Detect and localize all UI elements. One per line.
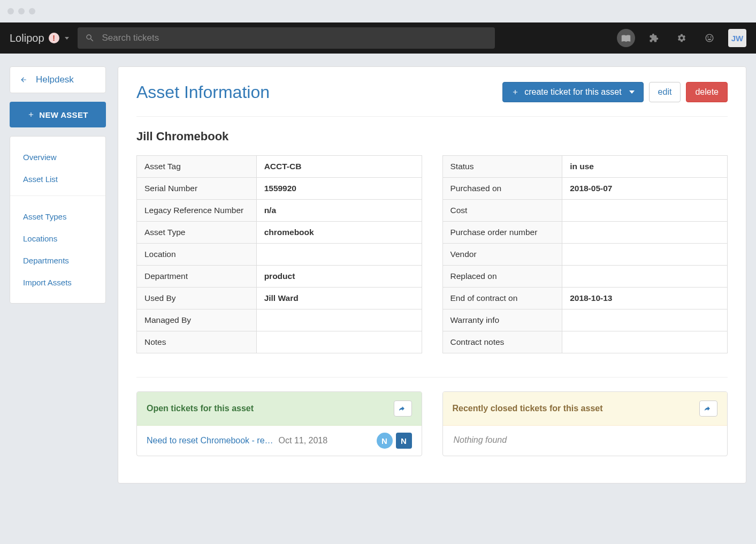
smile-icon-button[interactable]	[700, 29, 719, 47]
divider	[136, 377, 728, 377]
table-label: Contract notes	[442, 331, 562, 353]
plus-icon	[511, 88, 519, 96]
header-actions: create ticket for this asset edit delete	[502, 82, 728, 102]
table-label: Purchase order number	[442, 222, 562, 244]
open-tickets-body: Need to reset Chromebook - re…Oct 11, 20…	[137, 426, 422, 456]
helpdesk-back-link[interactable]: Helpdesk	[10, 67, 105, 93]
table-row: Cost	[442, 200, 728, 222]
closed-tickets-title: Recently closed tickets for this asset	[453, 404, 603, 413]
sidebar: Helpdesk NEW ASSET OverviewAsset List As…	[10, 66, 106, 483]
asset-name: Jill Chromebook	[136, 130, 728, 143]
back-card: Helpdesk	[10, 66, 106, 93]
table-value: in use	[562, 156, 728, 178]
sidebar-item[interactable]: Asset Types	[10, 206, 105, 228]
sidebar-item[interactable]: Import Assets	[10, 271, 105, 293]
window-dot	[29, 8, 35, 14]
table-label: End of contract on	[442, 288, 562, 309]
table-label: Legacy Reference Number	[137, 200, 257, 222]
plus-icon	[27, 111, 35, 118]
window-dot	[7, 8, 14, 14]
table-label: Used By	[137, 288, 257, 309]
create-ticket-button[interactable]: create ticket for this asset	[502, 82, 643, 102]
puzzle-icon-button[interactable]	[645, 29, 663, 47]
side-nav: OverviewAsset List Asset TypesLocationsD…	[10, 136, 106, 304]
table-label: Department	[137, 266, 257, 288]
table-row: Replaced on	[442, 266, 728, 288]
search-container	[78, 27, 495, 49]
book-icon-button[interactable]	[617, 29, 635, 47]
table-value	[256, 309, 422, 331]
status-badge: N	[396, 433, 412, 449]
table-row: Purchased on2018-05-07	[442, 178, 728, 200]
open-tickets-title: Open tickets for this asset	[147, 404, 254, 413]
puzzle-icon	[649, 33, 659, 43]
table-row: Contract notes	[442, 331, 728, 353]
book-icon	[621, 33, 631, 43]
tables-row: Asset TagACCT-CBSerial Number1559920Lega…	[136, 155, 728, 353]
panels-row: Open tickets for this asset Need to rese…	[136, 391, 728, 456]
ticket-badges: NN	[377, 433, 412, 449]
back-label: Helpdesk	[36, 74, 74, 85]
create-ticket-label: create ticket for this asset	[524, 87, 621, 97]
table-value	[256, 331, 422, 353]
topbar-actions: JW	[617, 29, 746, 47]
right-table-col: Statusin usePurchased on2018-05-07CostPu…	[442, 155, 728, 353]
share-icon	[399, 405, 407, 412]
table-row: Managed By	[137, 309, 422, 331]
left-table-col: Asset TagACCT-CBSerial Number1559920Lega…	[136, 155, 422, 353]
table-label: Cost	[442, 200, 562, 222]
edit-label: edit	[658, 87, 672, 97]
table-label: Replaced on	[442, 266, 562, 288]
closed-tickets-head: Recently closed tickets for this asset	[443, 392, 728, 426]
closed-tickets-panel: Recently closed tickets for this asset N…	[442, 391, 728, 456]
nav-group: OverviewAsset List	[10, 146, 105, 190]
brand-menu[interactable]: Lolipop !	[10, 32, 69, 44]
edit-button[interactable]: edit	[649, 82, 681, 102]
closed-tickets-expand-button[interactable]	[699, 401, 717, 417]
search-input[interactable]	[102, 33, 487, 43]
asset-details-table: Asset TagACCT-CBSerial Number1559920Lega…	[136, 155, 422, 353]
open-tickets-expand-button[interactable]	[394, 401, 412, 417]
table-value	[562, 266, 728, 288]
table-label: Status	[442, 156, 562, 178]
table-label: Warranty info	[442, 309, 562, 331]
table-label: Location	[137, 244, 257, 266]
ticket-row: Need to reset Chromebook - re…Oct 11, 20…	[137, 426, 422, 456]
table-row: Used ByJill Ward	[137, 288, 422, 309]
smile-icon	[705, 33, 714, 43]
new-asset-label: NEW ASSET	[39, 110, 88, 119]
ticket-link[interactable]: Need to reset Chromebook - re…	[147, 436, 273, 445]
ticket-date: Oct 11, 2018	[279, 436, 328, 445]
share-icon	[705, 405, 712, 412]
user-avatar[interactable]: JW	[728, 29, 746, 47]
table-value: 1559920	[256, 178, 422, 200]
table-value	[562, 309, 728, 331]
table-label: Serial Number	[137, 178, 257, 200]
main-header: Asset Information create ticket for this…	[136, 82, 728, 117]
open-tickets-head: Open tickets for this asset	[137, 392, 422, 426]
new-asset-button[interactable]: NEW ASSET	[10, 102, 106, 127]
table-label: Asset Tag	[137, 156, 257, 178]
table-value: n/a	[256, 200, 422, 222]
delete-button[interactable]: delete	[686, 82, 728, 102]
table-row: Asset TagACCT-CB	[137, 156, 422, 178]
table-row: Legacy Reference Numbern/a	[137, 200, 422, 222]
page-body: Helpdesk NEW ASSET OverviewAsset List As…	[0, 54, 756, 505]
table-row: Location	[137, 244, 422, 266]
empty-message: Nothing found	[443, 426, 728, 455]
table-row: Serial Number1559920	[137, 178, 422, 200]
sidebar-item[interactable]: Overview	[10, 146, 105, 168]
status-badge: N	[377, 433, 393, 449]
delete-label: delete	[695, 87, 719, 97]
table-value: 2018-05-07	[562, 178, 728, 200]
sidebar-item[interactable]: Asset List	[10, 168, 105, 190]
sidebar-item[interactable]: Locations	[10, 228, 105, 250]
table-value: product	[256, 266, 422, 288]
browser-chrome	[0, 0, 756, 22]
table-value	[562, 200, 728, 222]
table-label: Notes	[137, 331, 257, 353]
chevron-down-icon	[65, 37, 69, 40]
chevron-down-icon	[629, 90, 635, 94]
sidebar-item[interactable]: Departments	[10, 250, 105, 271]
gear-icon-button[interactable]	[673, 29, 691, 47]
